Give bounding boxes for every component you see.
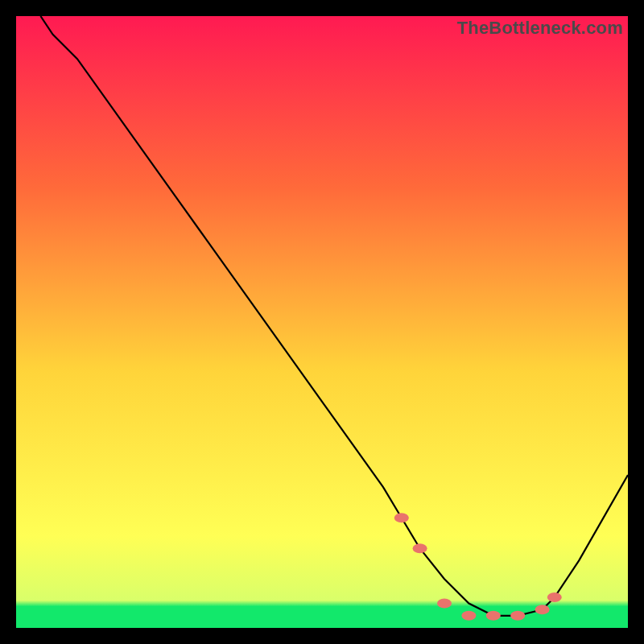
- watermark-text: TheBottleneck.com: [457, 18, 623, 39]
- highlight-marker: [486, 611, 501, 621]
- highlight-marker: [547, 592, 562, 602]
- highlight-marker: [535, 605, 550, 614]
- highlight-marker: [437, 599, 452, 609]
- chart-frame: TheBottleneck.com: [16, 16, 628, 628]
- chart-svg: [16, 16, 628, 628]
- highlight-marker: [413, 543, 427, 553]
- plot-background: [16, 16, 628, 628]
- highlight-marker: [510, 611, 525, 621]
- highlight-marker: [394, 513, 409, 522]
- highlight-marker: [461, 611, 476, 621]
